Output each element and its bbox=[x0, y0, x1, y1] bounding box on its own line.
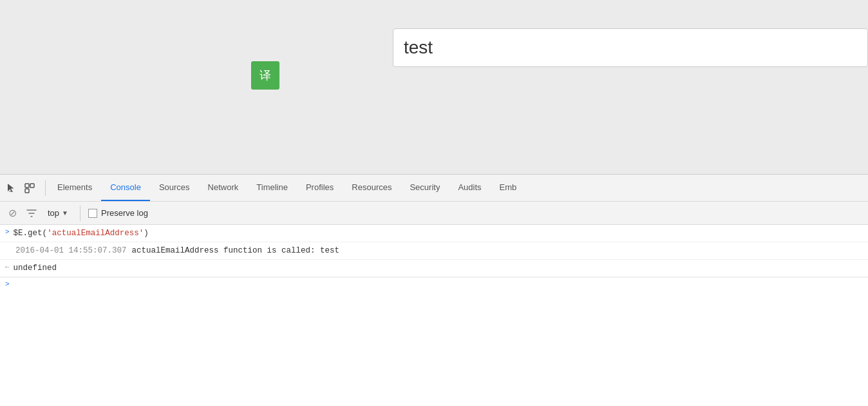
tab-resources[interactable]: Resources bbox=[343, 175, 401, 201]
translate-label: 译 bbox=[259, 68, 271, 83]
console-input-line[interactable]: > bbox=[0, 277, 868, 291]
translate-button[interactable]: 译 bbox=[251, 61, 279, 90]
console-line-input: > $E.get('actualEmailAddress') bbox=[0, 225, 868, 242]
browser-area: 译 test bbox=[0, 0, 868, 174]
return-value: undefined bbox=[14, 262, 57, 275]
devtools-panel: Elements Console Sources Network Timelin… bbox=[0, 174, 868, 406]
tab-timeline[interactable]: Timeline bbox=[247, 175, 297, 201]
preserve-log-label: Preserve log bbox=[101, 208, 148, 218]
search-box-text: test bbox=[404, 37, 433, 58]
prompt-arrow-icon: > bbox=[5, 280, 10, 288]
tab-profiles[interactable]: Profiles bbox=[297, 175, 343, 201]
return-arrow-icon: ← bbox=[5, 262, 10, 273]
tab-network[interactable]: Network bbox=[199, 175, 248, 201]
tab-elements[interactable]: Elements bbox=[48, 175, 101, 201]
tabs-container: Elements Console Sources Network Timelin… bbox=[48, 175, 525, 201]
code-snippet-1: $E.get('actualEmailAddress') bbox=[14, 227, 149, 240]
svg-rect-0 bbox=[9, 191, 13, 192]
console-line-return: ← undefined bbox=[0, 260, 868, 277]
context-label: top bbox=[48, 208, 59, 218]
toolbar-icon-group bbox=[4, 180, 46, 196]
input-arrow-icon: > bbox=[5, 227, 10, 238]
tab-audits[interactable]: Audits bbox=[449, 175, 490, 201]
preserve-log-checkbox[interactable] bbox=[88, 209, 97, 218]
svg-rect-1 bbox=[25, 184, 29, 188]
search-box: test bbox=[393, 28, 868, 67]
context-selector[interactable]: top ▼ bbox=[44, 207, 72, 219]
svg-rect-3 bbox=[25, 189, 29, 193]
dropdown-arrow-icon: ▼ bbox=[62, 209, 68, 217]
filter-icon[interactable] bbox=[24, 206, 39, 220]
log-timestamp: 2016-04-01 14:55:07.307 bbox=[15, 244, 127, 257]
tab-console[interactable]: Console bbox=[101, 175, 150, 201]
svg-rect-2 bbox=[30, 184, 34, 188]
inspector-icon[interactable] bbox=[22, 180, 37, 196]
console-toolbar: ⊘ top ▼ Preserve log bbox=[0, 202, 868, 225]
devtools-toolbar: Elements Console Sources Network Timelin… bbox=[0, 175, 868, 202]
tab-sources[interactable]: Sources bbox=[150, 175, 199, 201]
tab-emb[interactable]: Emb bbox=[491, 175, 526, 201]
toolbar-separator bbox=[80, 206, 80, 221]
cursor-icon[interactable] bbox=[4, 180, 19, 196]
preserve-log-area[interactable]: Preserve log bbox=[88, 208, 148, 218]
console-output: > $E.get('actualEmailAddress') 2016-04-0… bbox=[0, 225, 868, 406]
no-messages-icon[interactable]: ⊘ bbox=[5, 206, 19, 220]
log-message: actualEmailAddress function is called: t… bbox=[132, 244, 340, 257]
tab-security[interactable]: Security bbox=[401, 175, 449, 201]
console-line-log: 2016-04-01 14:55:07.307 actualEmailAddre… bbox=[0, 242, 868, 260]
console-input[interactable] bbox=[14, 280, 863, 289]
